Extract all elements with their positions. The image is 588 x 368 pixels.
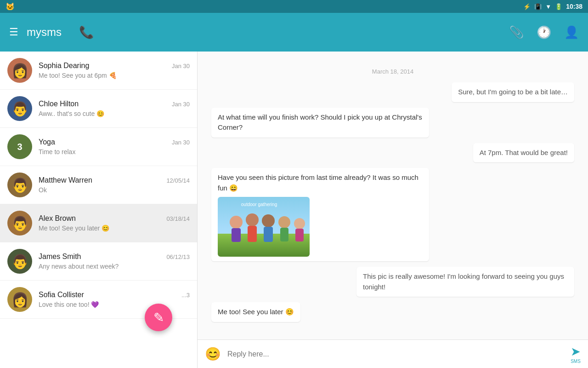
conv-header: James Smith06/12/13 [39,253,190,261]
message-row: Sure, but I'm going to be a bit late… [211,82,574,102]
svg-text:outdoor gathering: outdoor gathering [241,202,277,207]
conv-name: Sofia Collister [39,291,84,299]
conv-preview: Any news about next week? [39,263,190,270]
emoji-button[interactable]: 😊 [205,346,221,362]
message-row: At what time will you finish work? Shoul… [211,108,574,138]
avatar: 👩 [7,287,32,312]
conv-preview: Me too! See you at 6pm 🍕 [39,72,190,79]
clock-time: 10:38 [566,3,582,10]
message-bubble: Me too! See you later 😊 [211,302,300,322]
conv-info: Alex Brown03/18/14Me too! See you later … [39,214,190,232]
conv-time: 06/12/13 [166,253,190,260]
conversation-item[interactable]: 👨Chloe HiltonJan 30Aww.. that's so cute … [0,90,197,128]
conv-header: Alex Brown03/18/14 [39,214,190,223]
svg-rect-3 [232,228,241,242]
conv-time: Jan 30 [172,63,190,69]
conv-header: Matthew Warren12/05/14 [39,176,190,184]
conv-preview: Time to relax [39,148,190,155]
conv-time: Jan 30 [172,139,190,146]
conv-time: Jan 30 [172,101,190,108]
wifi-icon: ▼ [545,3,551,10]
send-label: SMS [571,359,581,364]
status-bar-left: 🐱 [6,2,15,11]
svg-rect-11 [295,229,304,242]
conversation-item[interactable]: 👨James Smith06/12/13Any news about next … [0,242,197,281]
conv-time: ...3 [181,292,190,299]
conv-preview: Ok [39,186,190,194]
conv-name: Sophia Dearing [39,62,89,70]
conversation-item[interactable]: 3YogaJan 30Time to relax [0,128,197,166]
date-divider: March 18, 2014 [211,68,574,75]
conv-preview: Me too! See you later 😊 [39,224,190,232]
conv-info: YogaJan 30Time to relax [39,138,190,155]
vibrate-icon: 📳 [534,3,542,10]
reply-bar: 😊 ➤ SMS [198,339,588,368]
conv-name: Alex Brown [39,214,76,223]
account-icon[interactable]: 👤 [564,25,579,40]
avatar: 👨 [7,96,32,121]
message-bubble: At what time will you finish work? Shoul… [211,108,429,138]
conv-info: Chloe HiltonJan 30Aww.. that's so cute 😊 [39,100,190,117]
conv-name: Yoga [39,138,55,146]
conv-header: Sophia DearingJan 30 [39,62,190,70]
conv-name: Matthew Warren [39,176,92,184]
conv-info: Matthew Warren12/05/14Ok [39,176,190,194]
conv-header: Chloe HiltonJan 30 [39,100,190,108]
conv-info: James Smith06/12/13Any news about next w… [39,253,190,270]
conversation-item[interactable]: 👨Alex Brown03/18/14Me too! See you later… [0,204,197,242]
avatar: 👩 [7,58,32,83]
battery-icon: 🔋 [555,3,562,10]
message-row: At 7pm. That would be great! [211,143,574,163]
message-row: This pic is really awesome! I'm looking … [211,267,574,297]
svg-point-2 [230,216,243,229]
main-content: 👩Sophia DearingJan 30Me too! See you at … [0,52,588,368]
svg-rect-9 [280,228,288,242]
send-arrow-icon: ➤ [571,345,581,359]
svg-point-10 [294,218,305,229]
svg-point-8 [278,216,290,228]
send-button[interactable]: ➤ SMS [571,345,581,364]
conv-header: YogaJan 30 [39,138,190,146]
conversation-item[interactable]: 👩Sophia DearingJan 30Me too! See you at … [0,52,197,90]
svg-rect-7 [264,227,273,242]
bluetooth-icon: ⚡ [523,3,531,10]
message-bubble: This pic is really awesome! I'm looking … [356,267,574,297]
message-row: Me too! See you later 😊 [211,302,574,322]
message-image: outdoor gathering [218,197,423,257]
reply-input[interactable] [227,350,564,358]
message-row: Have you seen this picture from last tim… [211,168,574,261]
attachment-icon[interactable]: 📎 [509,25,524,40]
app-bar-left: ☰ mysms 📞 [9,25,509,40]
chat-messages: March 18, 2014Sure, but I'm going to be … [198,52,588,339]
conv-info: Sophia DearingJan 30Me too! See you at 6… [39,62,190,79]
avatar: 👨 [7,211,32,236]
status-bar: 🐱 ⚡ 📳 ▼ 🔋 10:38 [0,0,588,13]
message-bubble: At 7pm. That would be great! [473,143,574,163]
phone-icon[interactable]: 📞 [79,25,94,40]
status-bar-right: ⚡ 📳 ▼ 🔋 10:38 [523,3,582,10]
app-bar-right: 📎 🕐 👤 [509,25,579,40]
conv-preview: Aww.. that's so cute 😊 [39,110,190,117]
conv-header: Sofia Collister...3 [39,291,190,299]
conv-time: 12/05/14 [166,177,190,184]
conv-info: Sofia Collister...3Love this one too! 💜 [39,291,190,308]
history-icon[interactable]: 🕐 [537,25,551,40]
avatar: 👨 [7,172,32,197]
svg-rect-5 [248,226,257,242]
conv-time: 03/18/14 [166,215,190,222]
app-icon: 🐱 [6,2,15,11]
avatar: 3 [7,134,32,159]
chat-area: March 18, 2014Sure, but I'm going to be … [198,52,588,368]
app-title: mysms [27,26,62,39]
menu-icon[interactable]: ☰ [9,26,18,38]
message-bubble: Sure, but I'm going to be a bit late… [452,82,574,102]
avatar: 👨 [7,249,32,274]
conv-name: Chloe Hilton [39,100,79,108]
app-bar: ☰ mysms 📞 📎 🕐 👤 [0,13,588,52]
svg-point-6 [262,214,275,227]
compose-fab[interactable]: ✎ [145,304,172,331]
conv-name: James Smith [39,253,81,261]
message-bubble: Have you seen this picture from last tim… [211,168,429,261]
svg-point-4 [246,213,259,226]
conversation-item[interactable]: 👨Matthew Warren12/05/14Ok [0,166,197,204]
